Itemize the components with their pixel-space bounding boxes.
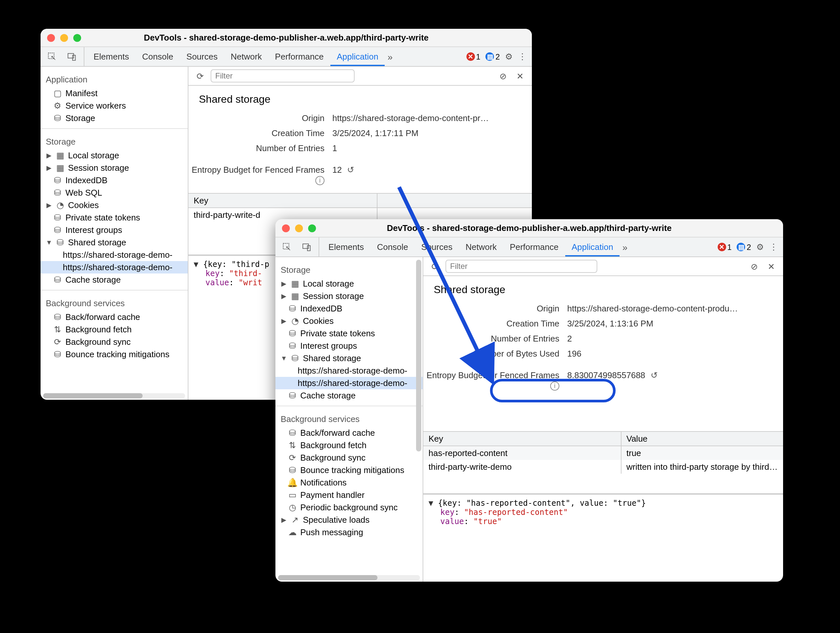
sidebar-item-shared-storage[interactable]: ▼⛁Shared storage [41, 236, 188, 249]
table-header-key[interactable]: Key [188, 193, 377, 207]
table-header-key[interactable]: Key [423, 431, 621, 445]
sidebar-item-background-sync[interactable]: ⟳Background sync [275, 451, 423, 464]
sidebar-item-shared-origin-1[interactable]: https://shared-storage-demo- [41, 249, 188, 261]
disclosure-triangle-icon[interactable]: ▼ [194, 259, 203, 268]
settings-icon[interactable]: ⚙ [505, 52, 513, 62]
bytes-value: 196 [567, 349, 581, 358]
tab-console[interactable]: Console [370, 237, 414, 256]
filter-input[interactable] [211, 69, 354, 82]
undo-icon[interactable]: ↺ [347, 165, 354, 175]
sidebar-item-cache-storage[interactable]: ⛁Cache storage [41, 273, 188, 286]
table-header-value[interactable]: Value [621, 431, 783, 445]
table-header-value[interactable] [377, 193, 532, 207]
disclosure-triangle-icon[interactable]: ▼ [428, 498, 438, 507]
sidebar-item-cache-storage[interactable]: ⛁Cache storage [275, 389, 423, 402]
sidebar-item-shared-origin-2[interactable]: https://shared-storage-demo- [41, 261, 188, 273]
sidebar-item-private-state-tokens[interactable]: ⛁Private state tokens [275, 327, 423, 339]
sidebar-item-session-storage[interactable]: ▶▦Session storage [275, 290, 423, 302]
sidebar-item-indexeddb[interactable]: ⛁IndexedDB [275, 302, 423, 315]
zoom-window-button[interactable] [308, 224, 316, 232]
info-icon[interactable]: i [315, 176, 324, 185]
settings-icon[interactable]: ⚙ [756, 242, 764, 252]
sidebar-item-background-fetch[interactable]: ⇅Background fetch [275, 439, 423, 451]
info-icon[interactable]: i [550, 381, 559, 390]
sidebar-scrollbar-v[interactable] [416, 260, 421, 579]
sidebar-item-private-state-tokens[interactable]: ⛁Private state tokens [41, 212, 188, 224]
sidebar-item-bounce-tracking[interactable]: ⛁Bounce tracking mitigations [275, 464, 423, 476]
device-icon[interactable] [300, 240, 313, 254]
sidebar-item-storage-app[interactable]: ⛁Storage [41, 112, 188, 124]
error-count[interactable]: ✕1 [466, 52, 480, 61]
close-window-button[interactable] [47, 34, 55, 41]
sidebar-item-background-fetch[interactable]: ⇅Background fetch [41, 323, 188, 336]
block-icon[interactable]: ⊘ [748, 260, 761, 273]
sidebar-item-shared-origin-2[interactable]: https://shared-storage-demo- [275, 377, 423, 389]
minimize-window-button[interactable] [60, 34, 68, 41]
sidebar-item-shared-storage[interactable]: ▼⛁Shared storage [275, 352, 423, 365]
sidebar-item-cookies[interactable]: ▶◔Cookies [41, 199, 188, 212]
sidebar-scrollbar-h[interactable] [278, 575, 420, 580]
sidebar-item-interest-groups[interactable]: ⛁Interest groups [41, 224, 188, 236]
window-traffic-lights [47, 34, 81, 41]
sidebar-item-back-forward-cache[interactable]: ⛁Back/forward cache [275, 426, 423, 439]
sidebar-item-back-forward-cache[interactable]: ⛁Back/forward cache [41, 311, 188, 323]
block-icon[interactable]: ⊘ [497, 69, 510, 82]
filter-input[interactable] [445, 260, 597, 273]
sidebar-item-local-storage[interactable]: ▶▦Local storage [41, 149, 188, 162]
sidebar-item-session-storage[interactable]: ▶▦Session storage [41, 162, 188, 174]
error-count[interactable]: ✕1 [717, 242, 731, 251]
inspect-icon[interactable] [46, 50, 59, 63]
tab-network[interactable]: Network [224, 47, 268, 66]
more-tabs-icon[interactable]: » [385, 51, 395, 62]
tab-network[interactable]: Network [459, 237, 503, 256]
sidebar-item-service-workers[interactable]: ⚙Service workers [41, 99, 188, 112]
tab-console[interactable]: Console [136, 47, 180, 66]
arrow-icon: ↗ [290, 515, 300, 525]
main-panel: ⟳ ⊘ ✕ Shared storage Originhttps://share… [423, 257, 783, 582]
undo-icon[interactable]: ↺ [651, 370, 658, 380]
sidebar-item-websql[interactable]: ⛁Web SQL [41, 186, 188, 199]
sidebar-item-periodic-sync[interactable]: ◷Periodic background sync [275, 501, 423, 514]
kebab-menu-icon[interactable]: ⋮ [769, 242, 778, 252]
tab-application[interactable]: Application [330, 49, 385, 66]
tab-performance[interactable]: Performance [504, 237, 565, 256]
refresh-icon[interactable]: ⟳ [428, 260, 442, 273]
sidebar-scrollbar-h[interactable] [43, 393, 185, 398]
tab-elements[interactable]: Elements [87, 47, 136, 66]
tab-elements[interactable]: Elements [322, 237, 370, 256]
info-count[interactable]: ▤2 [737, 242, 751, 251]
tab-performance[interactable]: Performance [268, 47, 330, 66]
chevron-right-icon: ▶ [281, 280, 287, 287]
zoom-window-button[interactable] [73, 34, 81, 41]
device-icon[interactable] [65, 50, 79, 63]
more-tabs-icon[interactable]: » [620, 242, 630, 252]
database-icon: ⛁ [52, 312, 63, 322]
sidebar-item-speculative-loads[interactable]: ▶↗Speculative loads [275, 514, 423, 526]
kebab-menu-icon[interactable]: ⋮ [518, 52, 527, 62]
sidebar-item-shared-origin-1[interactable]: https://shared-storage-demo- [275, 365, 423, 377]
close-window-button[interactable] [282, 224, 290, 232]
sidebar-item-notifications[interactable]: 🔔Notifications [275, 476, 423, 489]
minimize-window-button[interactable] [295, 224, 303, 232]
tab-sources[interactable]: Sources [180, 47, 224, 66]
table-row[interactable]: has-reported-contenttrue [423, 446, 783, 459]
tab-application[interactable]: Application [565, 239, 619, 256]
sidebar-item-manifest[interactable]: ▢Manifest [41, 87, 188, 99]
sidebar-item-local-storage[interactable]: ▶▦Local storage [275, 278, 423, 290]
sidebar-item-indexeddb[interactable]: ⛁IndexedDB [41, 174, 188, 186]
sidebar-item-background-sync[interactable]: ⟳Background sync [41, 336, 188, 348]
close-icon[interactable]: ✕ [765, 260, 778, 273]
devtools-toolbar: Elements Console Sources Network Perform… [41, 47, 532, 67]
sidebar-item-bounce-tracking[interactable]: ⛁Bounce tracking mitigations [41, 348, 188, 360]
tab-sources[interactable]: Sources [415, 237, 459, 256]
refresh-icon[interactable]: ⟳ [194, 69, 207, 82]
sidebar-item-interest-groups[interactable]: ⛁Interest groups [275, 339, 423, 352]
info-count[interactable]: ▤2 [486, 52, 500, 61]
close-icon[interactable]: ✕ [513, 69, 527, 82]
sidebar-item-push-messaging[interactable]: ☁Push messaging [275, 526, 423, 538]
inspect-icon[interactable] [281, 240, 294, 254]
sidebar-item-cookies[interactable]: ▶◔Cookies [275, 315, 423, 327]
database-icon: ⛁ [52, 188, 63, 197]
table-row[interactable]: third-party-write-demowritten into third… [423, 459, 783, 474]
sidebar-item-payment-handler[interactable]: ▭Payment handler [275, 489, 423, 501]
